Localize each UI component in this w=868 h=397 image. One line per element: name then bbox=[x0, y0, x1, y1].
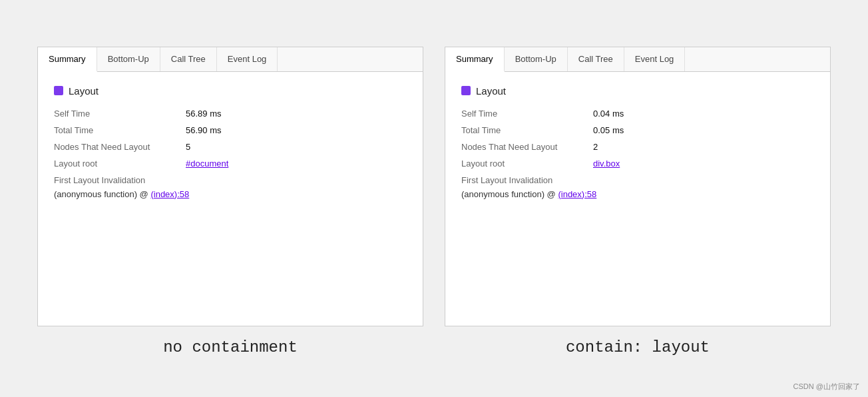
right-panel-body: Layout Self Time 0.04 ms Total Time 0.05… bbox=[445, 72, 830, 212]
right-first-layout-label: First Layout Invalidation bbox=[461, 175, 588, 185]
right-panel: Summary Bottom-Up Call Tree Event Log La… bbox=[445, 47, 831, 326]
left-first-layout-row: First Layout Invalidation bbox=[54, 175, 407, 185]
left-nodes-row: Nodes That Need Layout 5 bbox=[54, 142, 407, 152]
right-title: Layout bbox=[476, 85, 506, 97]
left-total-time-value: 56.90 ms bbox=[186, 125, 221, 135]
right-tab-bottomup[interactable]: Bottom-Up bbox=[505, 47, 568, 71]
left-anon-fn-text: (anonymous function) @ bbox=[54, 189, 150, 199]
left-tab-bar: Summary Bottom-Up Call Tree Event Log bbox=[38, 47, 423, 72]
watermark: CSDN @山竹回家了 bbox=[793, 382, 860, 392]
right-self-time-label: Self Time bbox=[461, 109, 588, 119]
right-first-layout-row: First Layout Invalidation bbox=[461, 175, 814, 185]
right-section-title: Layout bbox=[461, 85, 814, 97]
right-nodes-row: Nodes That Need Layout 2 bbox=[461, 142, 814, 152]
left-anon-link[interactable]: (index):58 bbox=[150, 189, 189, 199]
left-self-time-label: Self Time bbox=[54, 109, 180, 119]
left-first-layout-label: First Layout Invalidation bbox=[54, 175, 180, 185]
left-title: Layout bbox=[69, 85, 99, 97]
right-tab-summary[interactable]: Summary bbox=[445, 47, 505, 72]
right-self-time-row: Self Time 0.04 ms bbox=[461, 109, 814, 119]
left-anon-fn: (anonymous function) @ (index):58 bbox=[54, 189, 407, 199]
left-total-time-label: Total Time bbox=[54, 125, 180, 135]
left-tab-eventlog[interactable]: Event Log bbox=[217, 47, 278, 71]
right-layout-root-value[interactable]: div.box bbox=[593, 159, 620, 169]
left-tab-calltree[interactable]: Call Tree bbox=[160, 47, 217, 71]
right-total-time-value: 0.05 ms bbox=[593, 125, 624, 135]
left-layout-root-row: Layout root #document bbox=[54, 159, 407, 169]
left-color-box bbox=[54, 86, 63, 95]
right-tab-eventlog[interactable]: Event Log bbox=[624, 47, 686, 71]
left-total-time-row: Total Time 56.90 ms bbox=[54, 125, 407, 135]
right-label: contain: layout bbox=[445, 338, 831, 356]
right-layout-root-row: Layout root div.box bbox=[461, 159, 814, 169]
left-panel-body: Layout Self Time 56.89 ms Total Time 56.… bbox=[38, 72, 423, 212]
left-nodes-value: 5 bbox=[186, 142, 190, 152]
left-layout-root-label: Layout root bbox=[54, 159, 180, 169]
right-anon-fn: (anonymous function) @ (index):58 bbox=[461, 189, 814, 199]
right-color-box bbox=[461, 86, 471, 95]
right-anon-link[interactable]: (index):58 bbox=[558, 189, 596, 199]
right-nodes-value: 2 bbox=[593, 142, 598, 152]
left-self-time-row: Self Time 56.89 ms bbox=[54, 109, 407, 119]
right-anon-fn-text: (anonymous function) @ bbox=[461, 189, 558, 199]
right-tab-bar: Summary Bottom-Up Call Tree Event Log bbox=[445, 47, 830, 72]
labels-row: no containment contain: layout bbox=[21, 326, 847, 367]
left-layout-root-value[interactable]: #document bbox=[186, 159, 228, 169]
right-self-time-value: 0.04 ms bbox=[593, 109, 624, 119]
panels-row: Summary Bottom-Up Call Tree Event Log La… bbox=[21, 31, 847, 326]
left-label: no containment bbox=[37, 338, 423, 356]
right-total-time-row: Total Time 0.05 ms bbox=[461, 125, 814, 135]
left-panel: Summary Bottom-Up Call Tree Event Log La… bbox=[37, 47, 423, 326]
right-tab-calltree[interactable]: Call Tree bbox=[568, 47, 624, 71]
left-tab-summary[interactable]: Summary bbox=[38, 47, 97, 72]
left-nodes-label: Nodes That Need Layout bbox=[54, 142, 180, 152]
right-nodes-label: Nodes That Need Layout bbox=[461, 142, 588, 152]
right-total-time-label: Total Time bbox=[461, 125, 588, 135]
left-tab-bottomup[interactable]: Bottom-Up bbox=[97, 47, 160, 71]
left-section-title: Layout bbox=[54, 85, 407, 97]
right-layout-root-label: Layout root bbox=[461, 159, 588, 169]
left-self-time-value: 56.89 ms bbox=[186, 109, 221, 119]
